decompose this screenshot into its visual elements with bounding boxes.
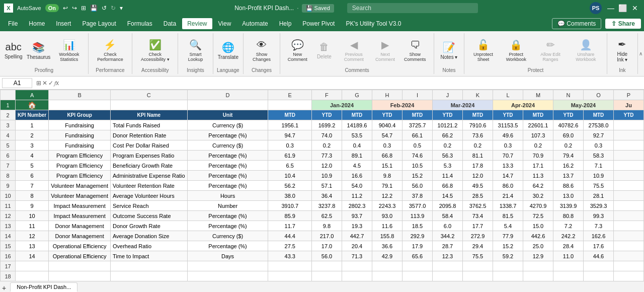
cell-n7[interactable]: 16.2 bbox=[553, 161, 583, 171]
new-comment-button[interactable]: 💬 New Comment bbox=[284, 37, 310, 64]
cell-f15[interactable]: 17.0 bbox=[311, 241, 342, 251]
col-header-m[interactable]: M bbox=[523, 90, 553, 100]
cell-b9[interactable]: Volunteer Management bbox=[49, 181, 111, 191]
cell-l5[interactable]: 0.3 bbox=[493, 140, 523, 151]
redo2-icon[interactable]: ↻ bbox=[111, 5, 116, 12]
menu-review[interactable]: Review bbox=[182, 18, 212, 29]
cell-i3[interactable]: 3725.7 bbox=[402, 120, 432, 130]
cell-n10[interactable]: 13.0 bbox=[553, 191, 583, 201]
cell-l11[interactable]: 1338.7 bbox=[493, 201, 523, 211]
cell-h7[interactable]: 15.1 bbox=[372, 161, 402, 171]
col-header-o[interactable]: O bbox=[583, 90, 613, 100]
cell-c16[interactable]: Time to Impact bbox=[110, 251, 187, 261]
menu-help[interactable]: Help bbox=[274, 18, 297, 29]
autosave-toggle[interactable]: On bbox=[45, 4, 59, 12]
sheet-area[interactable]: A B C D E F G H I J K L M N O P bbox=[0, 90, 644, 281]
cell-k2[interactable]: MTD bbox=[462, 110, 493, 120]
cell-g4[interactable]: 53.5 bbox=[342, 130, 372, 140]
cell-h4[interactable]: 54.7 bbox=[372, 130, 402, 140]
menu-data[interactable]: Data bbox=[158, 18, 181, 29]
cell-j11[interactable]: 2095.8 bbox=[432, 201, 462, 211]
cell-c4[interactable]: Donor Retention Rate bbox=[110, 130, 187, 140]
cell-k4[interactable]: 73.6 bbox=[462, 130, 493, 140]
cell-l7[interactable]: 13.3 bbox=[493, 161, 523, 171]
cell-h13[interactable]: 11.6 bbox=[372, 221, 402, 231]
col-header-p[interactable]: P bbox=[613, 90, 643, 100]
cell-p10[interactable] bbox=[613, 191, 643, 201]
cell-e1[interactable] bbox=[268, 100, 312, 110]
row-header-3[interactable]: 3 bbox=[1, 120, 16, 130]
cell-k12[interactable]: 73.4 bbox=[462, 211, 493, 221]
cell-p1-jun[interactable]: Ju bbox=[613, 100, 643, 110]
cell-l10[interactable]: 21.4 bbox=[493, 191, 523, 201]
cell-b6[interactable]: Program Efficiency bbox=[49, 151, 111, 161]
cell-h3[interactable]: 9040.4 bbox=[372, 120, 402, 130]
cell-b15[interactable]: Operational Efficiency bbox=[49, 241, 111, 251]
cell-j15[interactable]: 28.7 bbox=[432, 241, 462, 251]
col-header-l[interactable]: L bbox=[493, 90, 523, 100]
cell-c9[interactable]: Volunteer Retention Rate bbox=[110, 181, 187, 191]
cell-c14[interactable]: Average Donation Size bbox=[110, 231, 187, 241]
cell-l15[interactable]: 15.2 bbox=[493, 241, 523, 251]
cell-h16[interactable]: 42.9 bbox=[372, 251, 402, 261]
col-header-d[interactable]: D bbox=[187, 90, 268, 100]
cell-j4[interactable]: 66.2 bbox=[432, 130, 462, 140]
cell-d2[interactable]: Unit bbox=[187, 110, 268, 120]
cell-b4[interactable]: Fundraising bbox=[49, 130, 111, 140]
cell-p13[interactable] bbox=[613, 221, 643, 231]
cell-i6[interactable]: 74.6 bbox=[402, 151, 432, 161]
cell-b8[interactable]: Program Efficiency bbox=[49, 171, 111, 181]
cell-c6[interactable]: Program Expenses Ratio bbox=[110, 151, 187, 161]
spelling-button[interactable]: abc Spelling bbox=[2, 39, 25, 61]
cell-j16[interactable]: 12.3 bbox=[432, 251, 462, 261]
cell-a1[interactable]: 🏠 bbox=[16, 100, 49, 110]
menu-automate[interactable]: Automate bbox=[237, 18, 273, 29]
cell-g11[interactable]: 2802.3 bbox=[342, 201, 372, 211]
cell-c10[interactable]: Average Volunteer Hours bbox=[110, 191, 187, 201]
cell-i11[interactable]: 3577.0 bbox=[402, 201, 432, 211]
cell-c7[interactable]: Beneficiary Growth Rate bbox=[110, 161, 187, 171]
cell-d13[interactable]: Percentage (%) bbox=[187, 221, 268, 231]
cell-p12[interactable] bbox=[613, 211, 643, 221]
cell-o12[interactable]: 99.3 bbox=[583, 211, 613, 221]
cell-p5[interactable] bbox=[613, 140, 643, 151]
cell-g15[interactable]: 20.4 bbox=[342, 241, 372, 251]
cell-l9[interactable]: 86.0 bbox=[493, 181, 523, 191]
cell-a5[interactable]: 3 bbox=[16, 140, 49, 151]
cell-c1[interactable] bbox=[110, 100, 187, 110]
cell-c11[interactable]: Service Reach bbox=[110, 201, 187, 211]
cell-h5[interactable]: 0.3 bbox=[372, 140, 402, 151]
cell-n4[interactable]: 69.0 bbox=[553, 130, 583, 140]
formula-input[interactable] bbox=[63, 79, 642, 88]
cell-o15[interactable]: 17.6 bbox=[583, 241, 613, 251]
cell-d12[interactable]: Percentage (%) bbox=[187, 211, 268, 221]
cell-f11[interactable]: 3237.8 bbox=[311, 201, 342, 211]
cell-l6[interactable]: 70.7 bbox=[493, 151, 523, 161]
cell-d16[interactable]: Days bbox=[187, 251, 268, 261]
cell-a16[interactable]: 14 bbox=[16, 251, 49, 261]
menu-powerpivot[interactable]: Power Pivot bbox=[297, 18, 340, 29]
cell-k11[interactable]: 3762.5 bbox=[462, 201, 493, 211]
cell-a8[interactable]: 6 bbox=[16, 171, 49, 181]
col-header-a[interactable]: A bbox=[16, 90, 49, 100]
sheet-tab-active[interactable]: Non-Profit KPI Dash... bbox=[10, 282, 77, 292]
cell-a18[interactable] bbox=[16, 271, 49, 281]
cell-h12[interactable]: 93.0 bbox=[372, 211, 402, 221]
smart-lookup-button[interactable]: 🔍 Smart Lookup bbox=[182, 37, 208, 64]
add-sheet-button[interactable]: + bbox=[2, 284, 6, 292]
cell-l4[interactable]: 49.6 bbox=[493, 130, 523, 140]
cell-m15[interactable]: 25.0 bbox=[523, 241, 553, 251]
cell-i9[interactable]: 56.0 bbox=[402, 181, 432, 191]
ribbon-collapse-button[interactable]: ∧ bbox=[638, 33, 644, 74]
cell-k5[interactable]: 0.2 bbox=[462, 140, 493, 151]
cell-m9[interactable]: 64.2 bbox=[523, 181, 553, 191]
cell-k7[interactable]: 17.8 bbox=[462, 161, 493, 171]
search-input[interactable] bbox=[347, 3, 478, 13]
cell-d14[interactable]: Currency ($) bbox=[187, 231, 268, 241]
cell-l14[interactable]: 77.9 bbox=[493, 231, 523, 241]
cell-p4[interactable] bbox=[613, 130, 643, 140]
cell-i14[interactable]: 292.9 bbox=[402, 231, 432, 241]
cell-f13[interactable]: 9.8 bbox=[311, 221, 342, 231]
cell-c5[interactable]: Cost Per Dollar Raised bbox=[110, 140, 187, 151]
cell-i13[interactable]: 18.5 bbox=[402, 221, 432, 231]
